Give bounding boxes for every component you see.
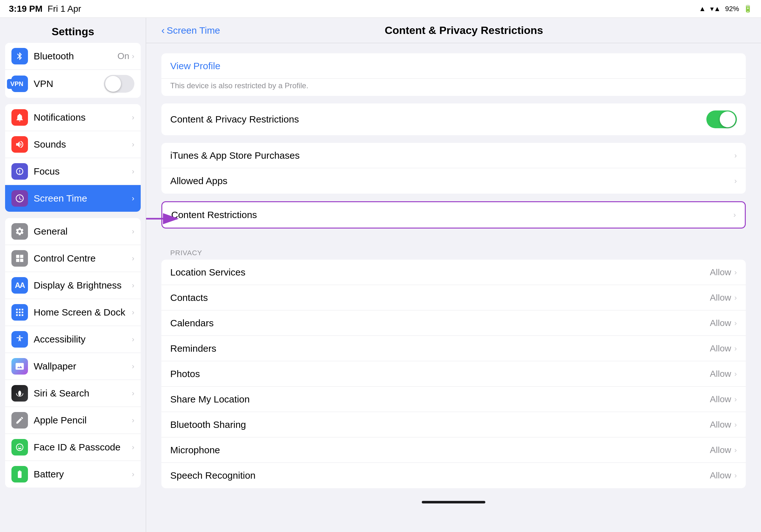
- battery-icon-sidebar: [11, 466, 28, 483]
- face-id-label: Face ID & Passcode: [34, 442, 132, 452]
- bluetooth-sharing-label: Bluetooth Sharing: [170, 419, 710, 430]
- home-screen-icon: [11, 304, 28, 321]
- sidebar-section-1: Bluetooth On › VPN VPN: [5, 43, 141, 98]
- right-header: ‹ Screen Time Content & Privacy Restrict…: [146, 18, 761, 43]
- notifications-label: Notifications: [34, 112, 132, 123]
- sidebar-item-focus[interactable]: Focus ›: [5, 158, 141, 185]
- sidebar-item-face-id[interactable]: Face ID & Passcode ›: [5, 434, 141, 461]
- reminders-row[interactable]: Reminders Allow ›: [161, 336, 746, 361]
- microphone-row[interactable]: Microphone Allow ›: [161, 437, 746, 463]
- battery-icon: 🔋: [743, 5, 752, 13]
- location-services-label: Location Services: [170, 267, 710, 278]
- sidebar-item-apple-pencil[interactable]: Apple Pencil ›: [5, 407, 141, 434]
- sidebar-item-general[interactable]: General ›: [5, 218, 141, 245]
- sidebar-item-siri[interactable]: Siri & Search ›: [5, 380, 141, 407]
- accessibility-chevron: ›: [132, 335, 134, 344]
- screen-time-label: Screen Time: [34, 193, 132, 204]
- bluetooth-chevron: ›: [132, 52, 134, 61]
- vpn-badge: VPN: [7, 79, 27, 89]
- contacts-value: Allow: [710, 293, 731, 303]
- speech-recognition-row[interactable]: Speech Recognition Allow ›: [161, 463, 746, 488]
- contacts-label: Contacts: [170, 293, 710, 303]
- share-location-chevron: ›: [734, 395, 737, 404]
- battery-label: Battery: [34, 469, 132, 480]
- app-store-section: iTunes & App Store Purchases › Allowed A…: [161, 143, 746, 194]
- content-restrictions-row[interactable]: Content Restrictions ›: [162, 202, 745, 228]
- microphone-label: Microphone: [170, 445, 710, 455]
- vpn-toggle[interactable]: [104, 75, 134, 93]
- sidebar-item-sounds[interactable]: Sounds ›: [5, 131, 141, 158]
- right-panel-title: Content & Privacy Restrictions: [220, 24, 708, 36]
- content-restrictions-chevron: ›: [733, 210, 736, 219]
- privacy-toggle-thumb: [720, 111, 735, 127]
- share-location-value: Allow: [710, 394, 731, 404]
- reminders-label: Reminders: [170, 343, 710, 354]
- sounds-label: Sounds: [34, 139, 132, 150]
- vpn-toggle-thumb: [105, 76, 121, 92]
- siri-icon: [11, 385, 28, 401]
- calendars-chevron: ›: [734, 319, 737, 328]
- calendars-value: Allow: [710, 318, 731, 328]
- apple-pencil-chevron: ›: [132, 416, 134, 425]
- sidebar-item-wallpaper[interactable]: Wallpaper ›: [5, 353, 141, 380]
- sidebar-section-3: General › Control Centre › AA Display & …: [5, 218, 141, 488]
- control-centre-chevron: ›: [132, 254, 134, 263]
- view-profile-row[interactable]: View Profile: [161, 53, 746, 79]
- allowed-apps-row[interactable]: Allowed Apps ›: [161, 168, 746, 194]
- wallpaper-icon: [11, 358, 28, 375]
- sidebar-item-control-centre[interactable]: Control Centre ›: [5, 245, 141, 272]
- focus-icon: [11, 163, 28, 180]
- right-panel: ‹ Screen Time Content & Privacy Restrict…: [146, 18, 761, 532]
- sidebar-item-accessibility[interactable]: Accessibility ›: [5, 326, 141, 353]
- sounds-chevron: ›: [132, 140, 134, 149]
- privacy-toggle[interactable]: [706, 110, 737, 128]
- contacts-row[interactable]: Contacts Allow ›: [161, 285, 746, 310]
- status-icons: ▲ ▾▲ 92% 🔋: [699, 5, 752, 13]
- privacy-toggle-label: Content & Privacy Restrictions: [170, 114, 706, 125]
- contacts-chevron: ›: [734, 293, 737, 302]
- general-label: General: [34, 226, 132, 237]
- sidebar-item-home-screen[interactable]: Home Screen & Dock ›: [5, 299, 141, 326]
- content-restrictions-label: Content Restrictions: [171, 209, 733, 220]
- siri-chevron: ›: [132, 389, 134, 398]
- apple-pencil-label: Apple Pencil: [34, 415, 132, 426]
- sidebar-item-battery[interactable]: Battery ›: [5, 461, 141, 488]
- control-centre-label: Control Centre: [34, 253, 132, 264]
- battery-chevron: ›: [132, 470, 134, 479]
- purple-arrow-icon: [146, 211, 184, 227]
- display-label: Display & Brightness: [34, 280, 132, 291]
- home-screen-chevron: ›: [132, 308, 134, 317]
- privacy-section: PRIVACY Location Services Allow › Contac…: [161, 244, 746, 488]
- calendars-row[interactable]: Calendars Allow ›: [161, 310, 746, 336]
- itunes-chevron: ›: [734, 151, 737, 160]
- back-button[interactable]: ‹ Screen Time: [161, 25, 220, 36]
- screen-time-chevron: ›: [132, 194, 134, 203]
- screen-time-icon: [11, 190, 28, 207]
- display-icon: AA: [11, 277, 28, 293]
- sidebar-item-bluetooth[interactable]: Bluetooth On ›: [5, 43, 141, 70]
- bluetooth-sharing-row[interactable]: Bluetooth Sharing Allow ›: [161, 412, 746, 437]
- microphone-chevron: ›: [734, 446, 737, 454]
- speech-recognition-value: Allow: [710, 470, 731, 481]
- display-chevron: ›: [132, 281, 134, 290]
- face-id-icon: [11, 439, 28, 455]
- sidebar-item-screen-time[interactable]: Screen Time ›: [5, 185, 141, 212]
- photos-row[interactable]: Photos Allow ›: [161, 361, 746, 387]
- location-chevron: ›: [734, 268, 737, 277]
- itunes-row[interactable]: iTunes & App Store Purchases ›: [161, 143, 746, 168]
- share-location-row[interactable]: Share My Location Allow ›: [161, 387, 746, 412]
- photos-value: Allow: [710, 369, 731, 379]
- sidebar-item-vpn[interactable]: VPN VPN: [5, 70, 141, 98]
- focus-label: Focus: [34, 166, 132, 177]
- photos-label: Photos: [170, 369, 710, 379]
- vpn-label: VPN: [34, 79, 104, 89]
- calendars-label: Calendars: [170, 318, 710, 329]
- face-id-chevron: ›: [132, 443, 134, 452]
- sidebar-item-notifications[interactable]: Notifications ›: [5, 104, 141, 131]
- sidebar-item-display[interactable]: AA Display & Brightness ›: [5, 272, 141, 299]
- status-bar: 3:19 PM Fri 1 Apr ▲ ▾▲ 92% 🔋: [0, 0, 761, 18]
- allowed-apps-label: Allowed Apps: [170, 176, 734, 186]
- location-services-row[interactable]: Location Services Allow ›: [161, 260, 746, 285]
- microphone-value: Allow: [710, 445, 731, 455]
- status-date: Fri 1 Apr: [48, 4, 81, 14]
